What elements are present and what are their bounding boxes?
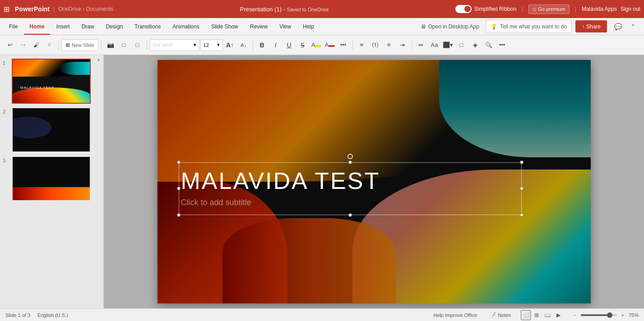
menu-item-view[interactable]: View xyxy=(274,18,297,35)
menu-item-insert[interactable]: Insert xyxy=(51,18,75,35)
screenshot-button[interactable]: 📷 xyxy=(104,39,117,51)
menu-item-home[interactable]: Home xyxy=(24,18,50,35)
help-improve-button[interactable]: Help Improve Office xyxy=(431,309,480,321)
slide-thumb-3[interactable] xyxy=(12,156,91,201)
shape-button[interactable]: □ xyxy=(118,39,130,51)
italic-button[interactable]: I xyxy=(269,39,282,51)
diamond-icon: ◇ xyxy=(533,6,536,12)
share-icon: ↑ xyxy=(582,23,584,30)
simplified-ribbon-label: Simplified Ribbon xyxy=(474,6,516,12)
menu-item-draw[interactable]: Draw xyxy=(76,18,100,35)
simplified-ribbon-toggle[interactable]: Simplified Ribbon xyxy=(455,5,516,13)
menu-item-animations[interactable]: Animations xyxy=(167,18,204,35)
zoom-bar[interactable] xyxy=(581,314,617,316)
highlight-button[interactable]: A▬ xyxy=(310,39,323,51)
more-options-button[interactable]: ⌃ xyxy=(627,20,639,33)
zoom-percent: 75% xyxy=(629,312,639,318)
font-selector[interactable]: font name ▾ xyxy=(150,39,199,51)
menu-bar: File Home Insert Draw Design Transitions… xyxy=(0,18,644,35)
more-font-button[interactable]: ••• xyxy=(337,39,350,51)
rotate-handle[interactable] xyxy=(347,154,353,159)
zoom-in-button[interactable]: + xyxy=(619,312,627,318)
styles-button[interactable]: Aa xyxy=(428,39,441,51)
breadcrumb-provider[interactable]: OneDrive xyxy=(58,6,81,12)
new-slide-button[interactable]: ▦ New Slide xyxy=(61,39,98,51)
breadcrumb-sep: › xyxy=(83,6,86,12)
fontsize-dropdown-icon: ▾ xyxy=(217,42,220,48)
title-bar: ⊞ PowerPoint | OneDrive › Documents Pres… xyxy=(0,0,644,18)
clear-format-button[interactable]: ✕ xyxy=(43,39,56,51)
bullets-button[interactable]: ≡ xyxy=(356,39,368,51)
slide-number-2: 2 xyxy=(3,107,9,115)
font-color-button[interactable]: A▬ xyxy=(324,39,336,51)
search-bar[interactable]: 💡 Tell me what you want to do xyxy=(486,20,572,33)
breadcrumb-folder[interactable]: Documents xyxy=(86,6,114,12)
desktop-icon: 🖥 xyxy=(421,23,426,30)
menu-item-design[interactable]: Design xyxy=(101,18,128,35)
slideshow-button[interactable]: ▶ xyxy=(553,310,563,320)
sign-out-button[interactable]: Sign out xyxy=(621,6,640,12)
new-slide-icon: ▦ xyxy=(65,42,70,48)
bold-button[interactable]: B xyxy=(256,39,269,51)
shape-effects-button[interactable]: ◈ xyxy=(469,39,482,51)
menu-item-transitions[interactable]: Transitions xyxy=(129,18,166,35)
notes-icon: 📝 xyxy=(490,312,496,318)
go-premium-button[interactable]: ◇ Go premium xyxy=(528,5,570,14)
font-size-selector[interactable]: 12 ▾ xyxy=(200,39,223,51)
indent-button[interactable]: ⇥ xyxy=(396,39,409,51)
undo-button[interactable]: ↩ xyxy=(4,39,16,51)
language: English (U.S.) xyxy=(37,312,68,318)
shape-outline-button[interactable]: □ xyxy=(455,39,468,51)
slide-info: Slide 1 of 3 xyxy=(5,312,30,318)
canvas-area[interactable]: MALAVIDA TEST Click to add subtitle xyxy=(104,55,644,308)
slide-title-text[interactable]: MALAVIDA TEST xyxy=(179,163,521,196)
underline-button[interactable]: U xyxy=(283,39,296,51)
more-toolbar-button[interactable]: ••• xyxy=(496,39,509,51)
slide-thumb-1[interactable]: MALAVIDA TEST xyxy=(12,59,91,104)
numbering-button[interactable]: ⑴ xyxy=(369,39,382,51)
slide-item-2[interactable]: 2 xyxy=(3,107,101,152)
slide-number-1: 1 xyxy=(3,59,9,66)
normal-view-button[interactable]: ⬜ xyxy=(521,310,531,320)
status-bar: Slide 1 of 3 English (U.S.) Help Improve… xyxy=(0,308,644,321)
slide-sorter-button[interactable]: ⊞ xyxy=(532,310,542,320)
main-area: ▴ 1 MALAVIDA TEST 2 3 xyxy=(0,55,644,308)
slide-panel: ▴ 1 MALAVIDA TEST 2 3 xyxy=(0,55,104,308)
comments-button[interactable]: 💬 xyxy=(612,20,624,33)
presentation-title: Presentation (1) - Saved to OneDrive xyxy=(117,6,452,13)
malavida-apps-button[interactable]: Malavida Apps xyxy=(582,6,617,12)
increase-font-button[interactable]: A↑ xyxy=(224,39,236,51)
slide-thumb-2[interactable] xyxy=(12,107,91,152)
notes-button[interactable]: 📝 Notes xyxy=(487,309,514,321)
slide-subtitle-text[interactable]: Click to add subtitle xyxy=(179,196,521,215)
main-slide[interactable]: MALAVIDA TEST Click to add subtitle xyxy=(158,60,591,303)
separator1: | xyxy=(522,6,523,12)
breadcrumb: OneDrive › Documents xyxy=(58,6,113,12)
menu-item-review[interactable]: Review xyxy=(245,18,273,35)
menu-item-file[interactable]: File xyxy=(4,18,23,35)
share-button[interactable]: ↑ Share xyxy=(575,20,607,32)
open-desktop-button[interactable]: 🖥 Open in Desktop App xyxy=(415,18,484,35)
scroll-up-button[interactable]: ▴ xyxy=(97,57,100,62)
slide-textbox[interactable]: MALAVIDA TEST Click to add subtitle xyxy=(179,162,522,215)
separator2: | xyxy=(575,6,576,12)
text-direction-button[interactable]: ⇔ xyxy=(415,39,427,51)
zoom-out-button[interactable]: − xyxy=(570,312,579,318)
arrange-button[interactable]: ⊡ xyxy=(131,39,144,51)
align-button[interactable]: ≡ xyxy=(383,39,395,51)
slide-item-1[interactable]: 1 MALAVIDA TEST xyxy=(3,59,101,104)
search-in-toolbar-button[interactable]: 🔍 xyxy=(482,39,495,51)
menu-item-help[interactable]: Help xyxy=(297,18,320,35)
toggle-switch[interactable] xyxy=(455,5,472,13)
shape-fill-button[interactable]: ⬛▾ xyxy=(442,39,454,51)
decrease-font-button[interactable]: A↓ xyxy=(237,39,250,51)
font-dropdown-icon: ▾ xyxy=(194,42,196,48)
slide-number-3: 3 xyxy=(3,156,9,163)
format-painter-button[interactable]: 🖌 xyxy=(30,39,42,51)
redo-button[interactable]: ↪ xyxy=(17,39,29,51)
strikethrough-button[interactable]: S̶ xyxy=(297,39,309,51)
reading-view-button[interactable]: 📖 xyxy=(542,310,552,320)
menu-item-slideshow[interactable]: Slide Show xyxy=(206,18,244,35)
app-grid-icon[interactable]: ⊞ xyxy=(4,5,9,14)
slide-item-3[interactable]: 3 xyxy=(3,156,101,201)
